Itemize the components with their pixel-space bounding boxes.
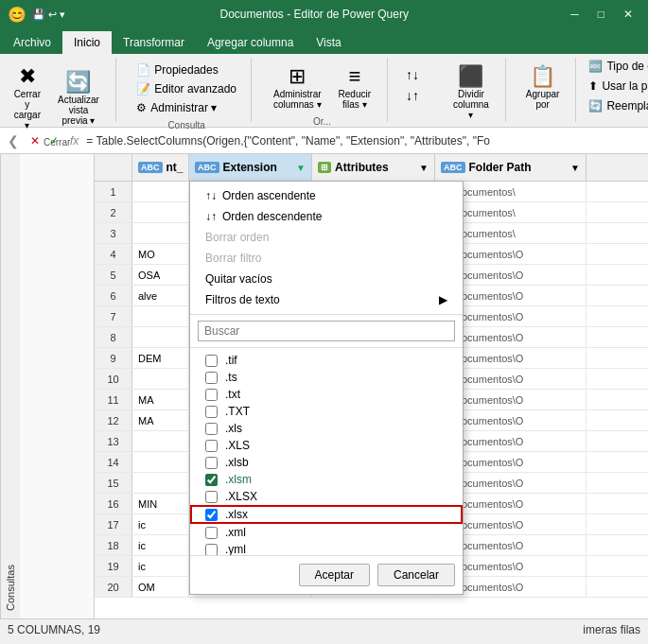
check-item-xls[interactable]: .xls: [190, 420, 463, 437]
administrar-columnas-button[interactable]: ⊞ Administrarcolumnas ▾: [267, 61, 328, 113]
checkbox-TXT[interactable]: [205, 406, 218, 418]
reemplazar-button[interactable]: 🔄 Reemplazar los valores: [584, 97, 648, 114]
checkbox-XLS[interactable]: [205, 440, 218, 452]
check-item-XLS[interactable]: .XLS: [190, 437, 463, 454]
cell-nt: [132, 223, 189, 243]
orden-descendente-item[interactable]: ↓↑ Orden descendente: [190, 206, 463, 227]
checkbox-XLSX[interactable]: [205, 491, 218, 503]
orden-ascendente-item[interactable]: ↑↓ Orden ascendente: [190, 185, 463, 206]
dropdown-checklist: .tif .ts .txt .TXT .xls: [190, 348, 463, 556]
check-item-TXT[interactable]: .TXT: [190, 403, 463, 420]
queries-panel: Consultas: [0, 154, 95, 618]
tipo-datos-button[interactable]: 🔤 Tipo de datos: Texto ▾: [584, 58, 648, 75]
tab-archivo[interactable]: Archivo: [2, 28, 62, 54]
agrupar-por-button[interactable]: 📋 Agruparpor: [519, 61, 567, 113]
check-item-xlsb[interactable]: .xlsb: [190, 454, 463, 471]
ext-col-label: Extension: [223, 161, 277, 174]
editor-avanzado-label: Editor avanzado: [154, 82, 236, 96]
check-item-xlsm[interactable]: .xlsm: [190, 471, 463, 488]
tab-agregar-columna[interactable]: Agregar columna: [196, 28, 305, 54]
formula-accept-icon[interactable]: ✓: [45, 133, 62, 148]
checkbox-xlsb[interactable]: [205, 457, 218, 469]
nav-left-icon[interactable]: ❮: [4, 133, 23, 148]
transformar-group-label: Transformar: [584, 117, 648, 128]
nt-col-icon: ABC: [138, 162, 163, 173]
status-bar: 5 COLUMNAS, 19 imeras filas: [0, 618, 648, 639]
check-item-xlsx[interactable]: .xlsx: [190, 505, 463, 524]
cerrar-cargar-button[interactable]: ✖ Cerrar ycargar ▾: [8, 61, 47, 133]
cell-nt: DEM: [132, 348, 189, 368]
cerrar-buttons: ✖ Cerrar ycargar ▾ 🔄 Actualizarvista pre…: [8, 61, 106, 133]
status-suffix-text: imeras filas: [583, 623, 640, 636]
filtros-texto-item[interactable]: Filtros de texto ▶: [190, 289, 463, 310]
ribbon-right-group: 🔤 Tipo de datos: Texto ▾ ⬆ Usar la prime…: [584, 58, 648, 128]
editor-avanzado-button[interactable]: 📝 Editor avanzado: [131, 80, 241, 97]
dropdown-search: [190, 315, 463, 348]
attr-filter-icon[interactable]: ▼: [419, 163, 429, 173]
orden-ascendente-label: Orden ascendente: [222, 189, 316, 202]
actualizar-vista-button[interactable]: 🔄 Actualizarvista previa ▾: [51, 67, 107, 129]
sort-desc-button[interactable]: ↓↑: [401, 86, 424, 105]
check-item-xml[interactable]: .xml: [190, 524, 463, 541]
administrar-button[interactable]: ⚙ Administrar ▾: [131, 99, 241, 116]
check-label-xlsb: .xlsb: [225, 456, 249, 469]
nt-col-label: nt_: [166, 161, 184, 174]
dropdown-search-input[interactable]: [198, 321, 455, 341]
dividir-columna-button[interactable]: ⬛ Dividircolumna ▾: [447, 61, 496, 123]
col-header-folderpath[interactable]: ABC Folder Path ▼: [435, 154, 587, 181]
aceptar-button[interactable]: Aceptar: [299, 564, 370, 586]
primera-fila-button[interactable]: ⬆ Usar la primera fila como encab...: [584, 78, 648, 95]
check-item-XLSX[interactable]: .XLSX: [190, 488, 463, 505]
tipo-datos-label: Tipo de datos: Texto ▾: [606, 60, 648, 73]
close-button[interactable]: ✕: [616, 6, 640, 23]
sort-asc-button[interactable]: ↑↓: [401, 65, 424, 84]
check-item-tif[interactable]: .tif: [190, 352, 463, 369]
maximize-button[interactable]: □: [590, 6, 612, 23]
check-item-txt[interactable]: .txt: [190, 386, 463, 403]
sort-asc-icon: ↑↓: [205, 189, 217, 202]
checkbox-tif[interactable]: [205, 355, 218, 367]
checkbox-txt[interactable]: [205, 389, 218, 401]
col-header-extension[interactable]: ABC Extension ▼: [189, 154, 312, 181]
formula-cancel-icon[interactable]: ✕: [26, 133, 44, 148]
tab-vista[interactable]: Vista: [305, 28, 352, 54]
row-number: 12: [95, 410, 132, 430]
checkbox-xlsx[interactable]: [205, 509, 218, 521]
tab-transformar[interactable]: Transformar: [112, 28, 196, 54]
check-item-ts[interactable]: .ts: [190, 369, 463, 386]
or-group-label: Or...: [313, 113, 331, 127]
reducir-filas-button[interactable]: ≡ Reducirfilas ▾: [332, 61, 377, 113]
fp-filter-icon[interactable]: ▼: [570, 163, 580, 173]
ribbon: ✖ Cerrar ycargar ▾ 🔄 Actualizarvista pre…: [0, 54, 648, 128]
row-number: 13: [95, 431, 132, 451]
quitar-vacios-item[interactable]: Quitar vacíos: [190, 269, 463, 289]
cell-nt: ic: [132, 556, 189, 576]
check-label-TXT: .TXT: [225, 405, 250, 418]
checkbox-yml[interactable]: [205, 544, 218, 556]
table-area: ABC nt_ ▼ ABC Extension ▼ ⊞ Attributes ▼…: [95, 154, 648, 618]
checkbox-xlsm[interactable]: [205, 474, 218, 486]
ext-filter-icon[interactable]: ▼: [296, 163, 306, 173]
actualizar-label: Actualizarvista previa ▾: [58, 95, 100, 126]
formula-input[interactable]: [86, 134, 644, 148]
checkbox-xml[interactable]: [205, 527, 218, 539]
checkbox-ts[interactable]: [205, 372, 218, 384]
cancelar-button[interactable]: Cancelar: [377, 564, 455, 586]
queries-header: Consultas: [0, 154, 20, 618]
properties-icon: 📄: [136, 63, 150, 77]
tab-inicio[interactable]: Inicio: [62, 28, 112, 54]
checkbox-xls[interactable]: [205, 423, 218, 435]
fp-col-icon: ABC: [441, 162, 465, 173]
row-number: 1: [95, 182, 132, 201]
consulta-group-label: Consulta: [167, 116, 204, 131]
cell-nt: MO: [132, 244, 189, 264]
minimize-button[interactable]: ─: [563, 6, 587, 23]
col-header-attributes[interactable]: ⊞ Attributes ▼: [312, 154, 435, 181]
ribbon-group-consulta: 📄 Propiedades 📝 Editor avanzado ⚙ Admini…: [124, 58, 252, 122]
cerrar-cargar-label: Cerrar ycargar ▾: [14, 89, 41, 131]
check-item-yml[interactable]: .yml: [190, 541, 463, 556]
col-header-nt[interactable]: ABC nt_ ▼: [132, 154, 189, 181]
propiedades-button[interactable]: 📄 Propiedades: [131, 61, 241, 78]
reduce-icon: ≡: [348, 64, 360, 89]
window-controls: ─ □ ✕: [563, 6, 640, 23]
